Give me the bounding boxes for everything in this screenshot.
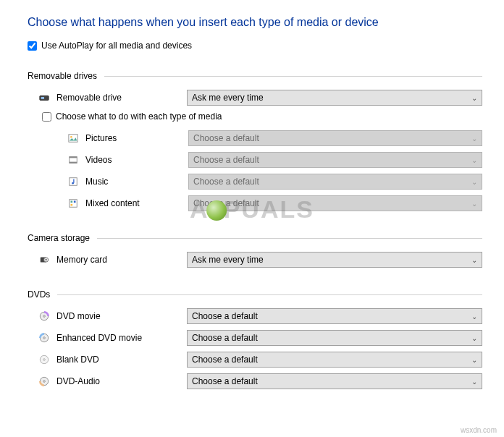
memory-card-value: Ask me every time xyxy=(192,255,264,265)
music-dropdown[interactable]: Choose a default ⌄ xyxy=(188,174,482,190)
use-autoplay-checkbox[interactable] xyxy=(28,41,37,51)
removable-drive-dropdown[interactable]: Ask me every time ⌄ xyxy=(187,90,482,106)
divider xyxy=(57,294,482,295)
enhanced-dvd-icon xyxy=(38,333,51,343)
videos-dropdown[interactable]: Choose a default ⌄ xyxy=(188,152,482,168)
chevron-down-icon: ⌄ xyxy=(471,200,477,208)
dvd-movie-icon xyxy=(38,311,51,321)
removable-drives-section-header: Removable drives xyxy=(28,71,482,81)
dvd-movie-value: Choose a default xyxy=(192,311,258,321)
pictures-row: Pictures Choose a default ⌄ xyxy=(67,130,482,146)
chevron-down-icon: ⌄ xyxy=(471,94,477,102)
blank-dvd-label: Blank DVD xyxy=(56,355,187,365)
page-title: Choose what happens when you insert each… xyxy=(28,16,482,29)
chevron-down-icon: ⌄ xyxy=(471,356,477,364)
media-type-checkbox[interactable] xyxy=(42,112,51,122)
removable-drives-legend: Removable drives xyxy=(28,71,101,81)
pictures-value: Choose a default xyxy=(193,133,259,143)
enhanced-dvd-value: Choose a default xyxy=(192,333,258,343)
mixed-value: Choose a default xyxy=(193,198,259,208)
videos-row: Videos Choose a default ⌄ xyxy=(67,152,482,168)
blank-dvd-value: Choose a default xyxy=(192,355,258,365)
dvd-audio-row: DVD-Audio Choose a default ⌄ xyxy=(28,373,482,389)
svg-point-17 xyxy=(43,315,46,318)
blank-dvd-icon xyxy=(38,355,51,365)
use-autoplay-label: Use AutoPlay for all media and devices xyxy=(41,41,192,51)
mixed-dropdown[interactable]: Choose a default ⌄ xyxy=(188,195,482,211)
memory-card-label: Memory card xyxy=(56,255,187,265)
media-type-subcheck-row: Choose what to do with each type of medi… xyxy=(28,111,482,122)
removable-drive-icon xyxy=(38,93,51,103)
divider xyxy=(104,76,482,77)
memory-card-dropdown[interactable]: Ask me every time ⌄ xyxy=(187,252,482,268)
chevron-down-icon: ⌄ xyxy=(471,156,477,164)
svg-rect-9 xyxy=(70,200,77,208)
dvd-movie-label: DVD movie xyxy=(56,311,187,321)
blank-dvd-dropdown[interactable]: Choose a default ⌄ xyxy=(187,352,482,368)
svg-point-19 xyxy=(43,337,46,339)
pictures-dropdown[interactable]: Choose a default ⌄ xyxy=(188,130,482,146)
mixed-label: Mixed content xyxy=(85,198,188,208)
dvd-movie-dropdown[interactable]: Choose a default ⌄ xyxy=(187,308,482,324)
chevron-down-icon: ⌄ xyxy=(471,334,477,342)
divider xyxy=(97,238,482,239)
music-row: Music Choose a default ⌄ xyxy=(67,174,482,190)
removable-drive-label: Removable drive xyxy=(56,93,187,103)
camera-storage-section-header: Camera storage xyxy=(28,233,482,243)
memory-card-row: Memory card Ask me every time ⌄ xyxy=(28,252,482,268)
camera-storage-legend: Camera storage xyxy=(28,233,94,243)
svg-rect-6 xyxy=(70,162,77,164)
pictures-icon xyxy=(67,133,80,143)
dvd-movie-row: DVD movie Choose a default ⌄ xyxy=(28,308,482,324)
dvd-audio-label: DVD-Audio xyxy=(56,376,187,386)
mixed-content-icon xyxy=(67,198,80,208)
videos-label: Videos xyxy=(85,155,188,165)
svg-point-15 xyxy=(45,259,46,260)
svg-rect-5 xyxy=(70,157,77,158)
enhanced-dvd-label: Enhanced DVD movie xyxy=(56,333,187,343)
music-label: Music xyxy=(85,177,188,187)
svg-rect-7 xyxy=(70,178,77,186)
dvd-audio-dropdown[interactable]: Choose a default ⌄ xyxy=(187,373,482,389)
chevron-down-icon: ⌄ xyxy=(471,178,477,186)
svg-rect-10 xyxy=(71,201,73,203)
removable-drive-value: Ask me every time xyxy=(192,93,264,103)
svg-point-8 xyxy=(72,182,74,184)
chevron-down-icon: ⌄ xyxy=(471,256,477,264)
svg-point-3 xyxy=(70,136,72,138)
chevron-down-icon: ⌄ xyxy=(471,135,477,143)
music-value: Choose a default xyxy=(193,177,259,187)
dvd-audio-icon xyxy=(38,376,51,386)
chevron-down-icon: ⌄ xyxy=(471,378,477,386)
dvd-audio-value: Choose a default xyxy=(192,376,258,386)
dvds-section-header: DVDs xyxy=(28,289,482,300)
memory-card-icon xyxy=(38,255,51,265)
footer-watermark: wsxdn.com xyxy=(461,426,497,434)
enhanced-dvd-row: Enhanced DVD movie Choose a default ⌄ xyxy=(28,330,482,346)
svg-rect-11 xyxy=(74,201,76,203)
music-icon xyxy=(67,177,80,187)
svg-rect-1 xyxy=(41,97,44,99)
svg-point-23 xyxy=(43,381,46,383)
svg-rect-2 xyxy=(69,135,77,143)
use-autoplay-row: Use AutoPlay for all media and devices xyxy=(28,41,482,51)
svg-point-21 xyxy=(43,359,46,361)
mixed-row: Mixed content Choose a default ⌄ xyxy=(67,195,482,211)
blank-dvd-row: Blank DVD Choose a default ⌄ xyxy=(28,352,482,368)
chevron-down-icon: ⌄ xyxy=(471,313,477,321)
media-type-label: Choose what to do with each type of medi… xyxy=(56,111,222,122)
svg-rect-12 xyxy=(71,204,73,206)
dvds-legend: DVDs xyxy=(28,289,54,300)
enhanced-dvd-dropdown[interactable]: Choose a default ⌄ xyxy=(187,330,482,346)
videos-icon xyxy=(67,155,80,165)
removable-drive-row: Removable drive Ask me every time ⌄ xyxy=(28,90,482,106)
pictures-label: Pictures xyxy=(85,133,188,143)
videos-value: Choose a default xyxy=(193,155,259,165)
